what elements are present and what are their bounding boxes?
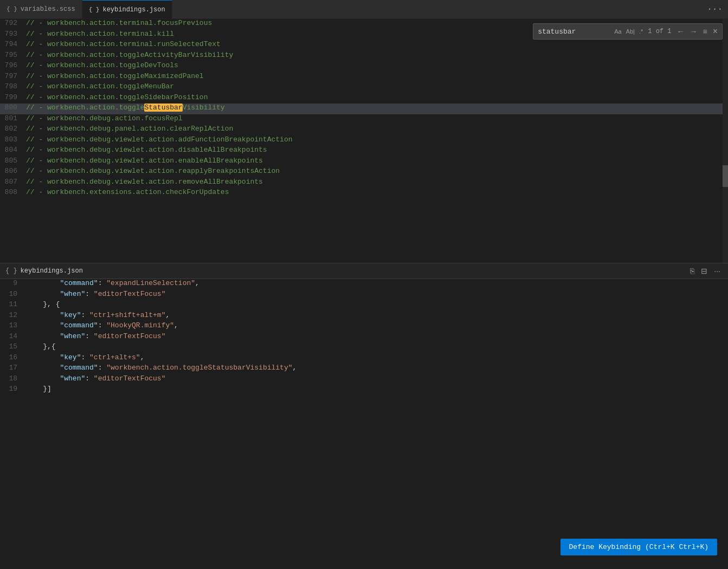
top-code-line: 800// - workbench.action.toggleStatusbar… [0,104,728,114]
line-number: 795 [0,51,26,59]
split-more-button[interactable]: ··· [712,266,723,276]
token-string: "expandLineSelection" [106,279,195,287]
token-comma: , [293,364,297,372]
split-file-icon: { } [5,267,17,275]
top-scrollbar[interactable] [723,19,728,263]
token-key: "when" [60,374,85,383]
line-content: // - workbench.debug.viewlet.action.addF… [26,135,717,144]
tab-variables-icon: { } [7,6,17,12]
line-number: 808 [0,188,26,196]
bottom-code-line: 10 "when": "editorTextFocus" [0,290,728,301]
split-header: { } keybindings.json ⎘ ⊟ ··· [0,263,728,279]
token-colon: : [98,279,107,287]
tab-keybindings-label: keybindings.json [102,6,165,14]
bottom-code-line: 11 }, { [0,300,728,311]
line-content: // - workbench.action.toggleMaximizedPan… [26,72,717,80]
top-code-line: 804// - workbench.debug.viewlet.action.d… [0,146,728,157]
token-string: "workbench.action.toggleStatusbarVisibil… [106,364,292,372]
top-code-line: 805// - workbench.debug.viewlet.action.e… [0,157,728,167]
bottom-code-line: 19 }] [0,385,728,396]
line-number: 10 [0,290,26,298]
line-number: 803 [0,135,26,144]
top-code-line: 806// - workbench.debug.viewlet.action.r… [0,167,728,178]
line-content: // - workbench.debug.viewlet.action.remo… [26,178,717,186]
token-key: "command" [60,321,98,329]
match-case-button[interactable]: Aa [613,27,623,36]
line-content: // - workbench.action.toggleSidebarPosit… [26,93,717,101]
token-string: "editorTextFocus" [94,332,166,340]
line-number: 806 [0,167,26,175]
bottom-editor: 9 "command": "expandLineSelection",10 "w… [0,279,728,569]
tab-variables-label: variables.scss [21,5,75,13]
line-number: 14 [0,332,26,340]
top-code-line: 799// - workbench.action.toggleSidebarPo… [0,93,728,104]
token-key: "key" [60,353,81,361]
line-number: 798 [0,82,26,90]
token-bracket: { [51,342,56,351]
token-colon: : [81,311,89,319]
line-content: // - workbench.debug.action.focusRepl [26,114,717,122]
search-prev-button[interactable]: ← [674,26,686,37]
bottom-code-line: 12 "key": "ctrl+shift+alt+m", [0,311,728,322]
token-colon: : [98,364,107,372]
top-code-line: 795// - workbench.action.toggleActivityB… [0,51,728,62]
token-string: "ctrl+shift+alt+m" [89,311,165,319]
token-string: "HookyQR.minify" [106,321,174,329]
line-number: 18 [0,374,26,383]
line-content: "command": "workbench.action.toggleStatu… [26,364,717,372]
line-number: 792 [0,19,26,27]
search-close-button[interactable]: × [711,25,720,37]
split-open-side-button[interactable]: ⎘ [688,266,697,276]
top-scrollbar-thumb[interactable] [723,165,728,187]
split-layout-button[interactable]: ⊟ [699,266,710,276]
line-number: 16 [0,353,26,361]
top-code-line: 794// - workbench.action.terminal.runSel… [0,40,728,51]
define-keybinding-button[interactable]: Define Keybinding (Ctrl+K Ctrl+K) [561,539,717,555]
top-code-line: 796// - workbench.action.toggleDevTools [0,61,728,72]
line-content: // - workbench.debug.panel.action.clearR… [26,125,717,133]
match-word-button[interactable]: Ab| [624,27,636,36]
line-content: "command": "expandLineSelection", [26,279,717,287]
search-list-button[interactable]: ≡ [700,26,709,37]
top-code-area: 792// - workbench.action.terminal.focusP… [0,19,728,199]
line-content: "when": "editorTextFocus" [26,332,717,340]
token-plain: , [47,300,56,308]
top-code-line: 807// - workbench.debug.viewlet.action.r… [0,178,728,189]
search-count: 1 of 1 [646,28,673,35]
token-key: "when" [60,290,85,298]
search-next-button[interactable]: → [687,26,699,37]
top-code-line: 808// - workbench.extensions.action.chec… [0,188,728,199]
token-bracket: { [56,300,60,308]
line-number: 19 [0,385,26,393]
token-comma: , [165,311,170,319]
tab-keybindings-icon: { } [89,7,100,13]
regex-button[interactable]: .* [637,27,645,36]
token-plain: , [47,342,51,351]
top-code-line: 797// - workbench.action.toggleMaximized… [0,72,728,83]
token-bracket: } [43,385,47,393]
bottom-code-line: 17 "command": "workbench.action.toggleSt… [0,364,728,374]
search-match: Statusbar [144,104,182,112]
top-code-line: 803// - workbench.debug.viewlet.action.a… [0,135,728,146]
search-input[interactable] [536,28,611,36]
line-content: // - workbench.action.toggleStatusbarVis… [26,104,717,112]
token-key: "command" [60,364,98,372]
tab-variables[interactable]: { } variables.scss [0,0,82,18]
token-colon: : [81,353,89,361]
top-code-line: 801// - workbench.debug.action.focusRepl [0,114,728,125]
line-number: 799 [0,93,26,101]
tab-overflow-button[interactable]: ··· [701,4,728,14]
line-number: 17 [0,364,26,372]
tab-keybindings[interactable]: { } keybindings.json [82,0,172,18]
top-editor: Aa Ab| .* 1 of 1 ← → ≡ × 792// - workben… [0,19,728,263]
token-string: "ctrl+alt+s" [89,353,140,361]
token-comma: , [140,353,145,361]
token-colon: : [98,321,107,329]
line-number: 9 [0,279,26,287]
token-comma: , [174,321,178,329]
line-content: "key": "ctrl+alt+s", [26,353,717,361]
token-comma: , [195,279,199,287]
line-number: 794 [0,40,26,48]
line-content: // - workbench.action.terminal.runSelect… [26,40,717,48]
bottom-code-line: 15 },{ [0,342,728,353]
